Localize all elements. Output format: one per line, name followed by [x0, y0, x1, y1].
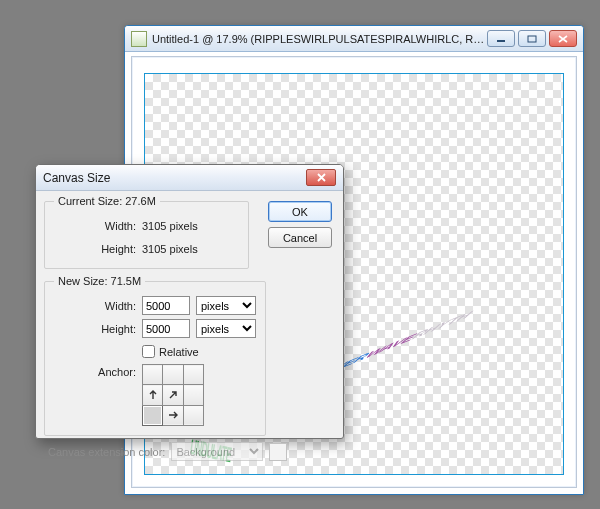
new-size-legend: New Size: 71.5M — [54, 275, 145, 287]
artword-4: RHYTH — [406, 308, 477, 344]
anchor-cell-2[interactable] — [183, 365, 203, 385]
current-width-label: Width: — [54, 220, 142, 232]
extension-color-row: Canvas extension color: Background — [44, 442, 335, 461]
document-icon — [131, 31, 147, 47]
dialog-body: Current Size: 27.6M Width: 3105 pixels H… — [44, 195, 335, 430]
new-height-input[interactable] — [142, 319, 190, 338]
canvas-size-dialog: Canvas Size OK Cancel Current Size: 27.6… — [35, 164, 344, 439]
anchor-cell-3[interactable] — [143, 385, 163, 405]
dialog-title: Canvas Size — [43, 171, 306, 185]
current-height-value: 3105 pixels — [142, 243, 198, 255]
close-button[interactable] — [549, 30, 577, 47]
arrow-up-icon — [146, 388, 160, 402]
new-width-unit-select[interactable]: pixels — [196, 296, 256, 315]
anchor-cell-6[interactable] — [143, 405, 163, 425]
current-height-label: Height: — [54, 243, 142, 255]
anchor-label: Anchor: — [54, 364, 142, 378]
anchor-grid[interactable] — [142, 364, 204, 426]
arrow-right-icon — [166, 408, 180, 422]
anchor-cell-0[interactable] — [143, 365, 163, 385]
current-size-legend: Current Size: 27.6M — [54, 195, 160, 207]
relative-checkbox[interactable] — [142, 345, 155, 358]
new-height-label: Height: — [54, 323, 142, 335]
anchor-cell-7[interactable] — [163, 405, 183, 425]
svg-rect-1 — [528, 36, 536, 42]
new-size-group: New Size: 71.5M Width: pixels Height: pi… — [44, 275, 266, 436]
anchor-cell-8[interactable] — [183, 405, 203, 425]
anchor-cell-1[interactable] — [163, 365, 183, 385]
document-title: Untitled-1 @ 17.9% (RIPPLESWIRLPULSATESP… — [152, 33, 487, 45]
new-width-input[interactable] — [142, 296, 190, 315]
relative-label: Relative — [159, 346, 199, 358]
minimize-button[interactable] — [487, 30, 515, 47]
anchor-cell-4[interactable] — [163, 385, 183, 405]
extension-color-label: Canvas extension color: — [48, 446, 165, 458]
anchor-cell-5[interactable] — [183, 385, 203, 405]
arrow-up-right-icon — [166, 388, 180, 402]
dialog-titlebar[interactable]: Canvas Size — [36, 165, 343, 191]
document-titlebar[interactable]: Untitled-1 @ 17.9% (RIPPLESWIRLPULSATESP… — [125, 26, 583, 52]
document-window-buttons — [487, 30, 577, 47]
new-height-unit-select[interactable]: pixels — [196, 319, 256, 338]
artword-3: WAVE — [360, 331, 421, 363]
svg-rect-0 — [497, 40, 505, 42]
dialog-close-button[interactable] — [306, 169, 336, 186]
extension-color-swatch — [269, 443, 287, 461]
current-size-group: Current Size: 27.6M Width: 3105 pixels H… — [44, 195, 249, 269]
new-width-label: Width: — [54, 300, 142, 312]
current-width-value: 3105 pixels — [142, 220, 198, 232]
extension-color-select: Background — [171, 442, 263, 461]
maximize-button[interactable] — [518, 30, 546, 47]
